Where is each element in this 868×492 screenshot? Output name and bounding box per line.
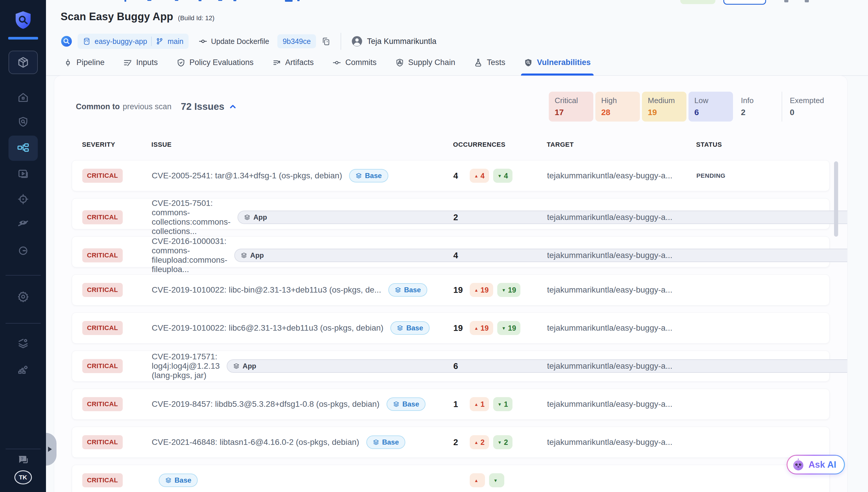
severity-count: 0 xyxy=(790,108,826,117)
delta-down-count: 4 xyxy=(504,172,508,180)
tab-bar: Pipeline Inputs Policy Evaluations Artif… xyxy=(46,58,868,76)
severity-label: High xyxy=(601,96,640,105)
vulnerability-row[interactable]: CRITICAL CVE-2016-1000031: commons-fileu… xyxy=(72,236,829,267)
scrollbar-thumb[interactable] xyxy=(834,162,838,237)
severity-badge: CRITICAL xyxy=(82,397,123,411)
target-cell: tejakummarikuntla/easy-buggy-a... xyxy=(547,251,696,260)
sidebar-item-settings[interactable] xyxy=(17,291,29,302)
occurrences-count: 6 xyxy=(453,361,466,371)
vulnerability-row[interactable]: CRITICAL CVE-2005-2541: tar@1.34+dfsg-1 … xyxy=(72,160,829,191)
cutoff-icon[interactable] xyxy=(784,0,788,2)
common-to-label: Common to xyxy=(76,102,120,111)
occurrences-count: 2 xyxy=(453,213,466,222)
tab-label: Artifacts xyxy=(285,58,314,67)
delta-down-count: 2 xyxy=(504,438,508,447)
triangle-up-icon: ▲ xyxy=(474,478,478,483)
vulnerability-row[interactable]: CRITICAL CVE-2019-1010022: libc6@2.31-13… xyxy=(72,313,829,344)
sidebar-item-infrastructure[interactable] xyxy=(17,364,29,376)
commit-sha: 9b349ce xyxy=(282,37,311,46)
sidebar-divider xyxy=(5,323,41,324)
vulnerability-row[interactable]: CRITICAL CVE-2019-1010022: libc-bin@2.31… xyxy=(72,274,829,305)
delta-down-count: 19 xyxy=(508,286,516,294)
vulnerability-row[interactable]: CRITICAL CVE-2019-8457: libdb5.3@5.3.28+… xyxy=(72,389,829,420)
stage-label: Base xyxy=(365,172,381,180)
copy-icon[interactable] xyxy=(321,36,331,46)
layers-icon xyxy=(397,325,403,331)
user-avatar[interactable]: TK xyxy=(14,470,32,484)
severity-cell: CRITICAL xyxy=(82,397,152,411)
sidebar-item-runs[interactable] xyxy=(18,168,29,179)
repo-branch-pill[interactable]: easy-buggy-app main xyxy=(78,34,189,49)
stage-label: Base xyxy=(402,400,419,408)
chevron-up-icon[interactable] xyxy=(228,102,237,111)
person-circle-icon xyxy=(351,35,363,47)
delta-down-badge: ▼19 xyxy=(497,283,521,297)
delta-up-badge: ▲19 xyxy=(470,283,493,297)
vulnerability-row[interactable]: CRITICAL CVE-2021-46848: libtasn1-6@4.16… xyxy=(72,427,829,458)
list-arrow-icon xyxy=(272,58,281,67)
sidebar-item-help[interactable]: ? xyxy=(17,454,29,466)
tab-policy-evaluations[interactable]: Policy Evaluations xyxy=(177,58,254,75)
tab-inputs[interactable]: Inputs xyxy=(123,58,158,75)
vulnerability-row[interactable]: CRITICAL CVE-2019-17571: log4j:log4j@1.2… xyxy=(72,350,829,382)
layers-icon xyxy=(233,363,240,369)
severity-filter-card[interactable]: Exempted 0 xyxy=(782,92,826,122)
tab-artifacts[interactable]: Artifacts xyxy=(272,58,314,75)
commit-sha-badge[interactable]: 9b349ce xyxy=(277,34,316,48)
sidebar-item-sessions[interactable] xyxy=(18,245,29,256)
triangle-down-icon: ▼ xyxy=(498,173,502,178)
col-target: TARGET xyxy=(547,141,696,148)
tab-tests[interactable]: Tests xyxy=(474,58,505,75)
tab-commits[interactable]: Commits xyxy=(332,58,377,75)
workspace-cube-button[interactable] xyxy=(8,51,38,74)
severity-cell: CRITICAL xyxy=(82,473,152,487)
vulnerability-row[interactable]: CRITICAL Base xyxy=(72,465,829,492)
play-square-icon xyxy=(18,168,29,179)
issues-summary-toggle[interactable]: Common to previous scan 72 Issues xyxy=(76,101,237,112)
tab-label: Inputs xyxy=(136,58,158,67)
tab-label: Tests xyxy=(487,58,505,67)
summary-bar: Common to previous scan 72 Issues Critic… xyxy=(54,76,847,122)
severity-filter-card[interactable]: Low 6 xyxy=(689,92,733,122)
crosshair-icon xyxy=(18,194,29,205)
sitemap-gear-icon xyxy=(17,364,29,376)
sidebar-item-home[interactable] xyxy=(18,92,29,103)
triangle-up-icon: ▲ xyxy=(474,326,478,330)
tab-label: Policy Evaluations xyxy=(190,58,254,67)
severity-label: Info xyxy=(741,96,779,105)
cutoff-button-outline[interactable] xyxy=(723,0,766,5)
page-header: Scan Easy Buggy App (Build Id: 12) xyxy=(46,0,868,50)
tab-supply-chain[interactable]: Supply Chain xyxy=(395,58,455,75)
logo-accent-bar xyxy=(8,37,38,40)
severity-badge: CRITICAL xyxy=(82,210,123,224)
ask-ai-button[interactable]: Ask AI xyxy=(787,455,845,474)
sidebar-item-scans[interactable] xyxy=(18,116,29,127)
severity-filter-card[interactable]: Info 2 xyxy=(735,92,779,122)
shield-check-icon xyxy=(177,58,185,67)
severity-filter-card[interactable]: High 28 xyxy=(595,92,640,122)
sidebar-divider xyxy=(5,449,41,449)
target-cell: tejakummarikuntla/easy-buggy-a... xyxy=(547,323,696,333)
sidebar-item-hidden-findings[interactable] xyxy=(17,219,29,230)
scan-info-row: easy-buggy-app main Update Dockerfile 9b xyxy=(60,33,868,50)
severity-badge: CRITICAL xyxy=(82,169,123,183)
ai-robot-icon xyxy=(792,458,805,471)
occurrences-cell: 2 xyxy=(453,213,547,222)
pipeline-pin-icon xyxy=(64,58,72,67)
sidebar-item-targets[interactable] xyxy=(18,194,29,205)
ask-ai-label: Ask AI xyxy=(809,460,836,470)
eye-off-icon xyxy=(17,219,29,230)
cutoff-button-green[interactable] xyxy=(680,0,715,4)
sidebar-item-integrations[interactable] xyxy=(17,338,29,349)
stage-label: Base xyxy=(404,286,421,294)
severity-count: 17 xyxy=(555,108,593,117)
stage-label: App xyxy=(253,213,267,221)
triangle-down-icon: ▼ xyxy=(498,402,502,407)
severity-filter-card[interactable]: Critical 17 xyxy=(549,92,593,122)
cutoff-icon[interactable] xyxy=(805,0,809,2)
sidebar-item-pipelines-active[interactable] xyxy=(8,136,38,161)
tab-vulnerabilities[interactable]: Vulnerabilities xyxy=(524,58,591,75)
severity-filter-card[interactable]: Medium 19 xyxy=(642,92,687,122)
vulnerability-row[interactable]: CRITICAL CVE-2015-7501: commons-collecti… xyxy=(72,198,829,229)
tab-pipeline[interactable]: Pipeline xyxy=(64,58,104,75)
